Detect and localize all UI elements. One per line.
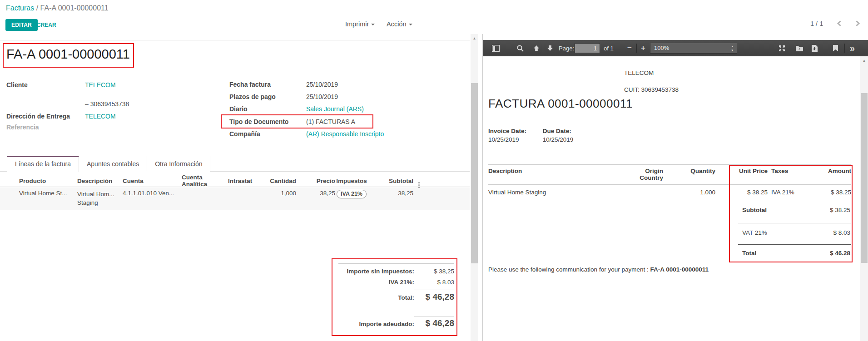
pager-count: 1 / 1 <box>810 20 823 27</box>
plazos-pago-value: 25/10/2019 <box>306 93 338 100</box>
action-dropdown[interactable]: Acción <box>387 20 412 28</box>
pdf-payment-reference: FA-A 0001-00000011 <box>650 266 709 273</box>
cell-cantidad: 1,000 <box>254 190 296 210</box>
amount-due-value: $ 46,28 <box>414 316 454 328</box>
col-cantidad[interactable]: Cantidad <box>254 178 296 184</box>
page-label: Page: <box>559 40 574 56</box>
compania-label: Compañía <box>229 130 260 138</box>
compania-value-link[interactable]: (AR) Responsable Inscripto <box>306 130 384 138</box>
open-file-icon[interactable] <box>795 40 804 56</box>
optional-columns-icon[interactable] <box>418 182 420 183</box>
pdf-lines-table: Description Origin Country Quantity Unit… <box>488 164 851 196</box>
diario-value-link[interactable]: Sales Journal (ARS) <box>306 105 364 113</box>
pager-previous-icon[interactable] <box>837 20 843 26</box>
create-button[interactable]: CREAR <box>37 22 56 28</box>
col-producto[interactable]: Producto <box>0 178 75 184</box>
tax-badge: IVA 21% <box>337 190 367 198</box>
tab-otra-informacion[interactable]: Otra Información <box>147 156 210 172</box>
zoom-in-icon[interactable]: + <box>641 40 645 56</box>
cliente-label: Cliente <box>6 81 28 89</box>
pdf-invoice-date: 10/25/2019 <box>488 136 519 143</box>
untaxed-label: Importe sin impuestos: <box>347 268 414 275</box>
fecha-factura-label: Fecha factura <box>229 81 271 88</box>
table-header-row: Producto Descripción Cuenta Cuenta Analí… <box>0 175 470 187</box>
scroll-up-icon[interactable]: ▲ <box>471 34 478 40</box>
form-scrollbar[interactable]: ▲ <box>471 34 478 341</box>
fecha-factura-value: 25/10/2019 <box>306 81 338 88</box>
bookmark-icon[interactable] <box>833 40 838 56</box>
edit-button[interactable]: EDITAR <box>5 19 38 31</box>
col-intrastat[interactable]: Intrastat <box>226 178 254 184</box>
next-page-icon[interactable] <box>546 40 554 56</box>
pdf-due-date: 10/25/2019 <box>543 136 574 143</box>
zoom-out-icon[interactable]: − <box>627 40 632 56</box>
cliente-value-link[interactable]: TELECOM <box>85 81 116 89</box>
form-scrollbar-thumb[interactable] <box>471 83 478 263</box>
invoice-lines-table: Producto Descripción Cuenta Cuenta Analí… <box>0 175 470 210</box>
table-row[interactable]: Virtual Home St... Virtual Hom...Staging… <box>0 187 470 210</box>
pdf-toolbar: Page: of 1 − + 100% ▴▾ » <box>483 40 868 56</box>
tab-lineas-factura[interactable]: Líneas de la factura <box>7 156 79 172</box>
pdf-due-date-label: Due Date: <box>543 128 574 134</box>
pdf-table-header: Description Origin Country Quantity Unit… <box>488 164 851 185</box>
pdf-company-name: TELECOM <box>624 69 654 76</box>
search-icon[interactable] <box>516 40 524 56</box>
pdf-table-row: Virtual Home Staging 1.000 $ 38.25 IVA 2… <box>488 185 851 196</box>
tab-apuntes-contables[interactable]: Apuntes contables <box>79 156 147 172</box>
total-value: $ 46,28 <box>414 290 454 302</box>
pdf-scrollbar-thumb[interactable] <box>861 93 868 263</box>
cell-subtotal: 38,25 <box>368 190 413 210</box>
breadcrumb: Facturas / FA-A 0001-00000011 <box>6 4 109 12</box>
toolbar-more-icon[interactable]: » <box>850 40 855 56</box>
breadcrumb-separator: / <box>34 4 40 12</box>
entrega-label: Dirección de Entrega <box>6 113 70 120</box>
total-label: Total: <box>398 294 414 301</box>
col-precio[interactable]: Precio <box>296 178 335 184</box>
pdf-totals: Subtotal$ 38.25 VAT 21%$ 8.03 Total$ 46.… <box>738 200 851 263</box>
breadcrumb-current: FA-A 0001-00000011 <box>40 4 109 12</box>
tax-label: IVA 21%: <box>389 279 414 286</box>
zoom-select[interactable]: 100% ▴▾ <box>650 43 737 54</box>
cell-descripcion: Virtual Hom...Staging <box>75 190 120 210</box>
page-count-label: of 1 <box>604 40 614 56</box>
cell-precio: 38,25 <box>296 190 335 210</box>
col-cuenta-analitica[interactable]: Cuenta Analítica <box>178 174 226 188</box>
invoice-title: FA-A 0001-00000011 <box>6 47 130 62</box>
pdf-invoice-title: FACTURA 0001-00000011 <box>488 97 633 111</box>
col-impuestos[interactable]: Impuestos <box>335 178 368 184</box>
pager-next-icon[interactable] <box>854 20 860 26</box>
pdf-scrollbar[interactable]: ▲ <box>860 56 868 341</box>
notebook-tabs: Líneas de la facturaApuntes contablesOtr… <box>0 156 470 172</box>
pdf-viewer-panel: Page: of 1 − + 100% ▴▾ » TELECOM CUIT: 3… <box>482 34 868 341</box>
pdf-invoice-date-label: Invoice Date: <box>488 128 541 134</box>
pdf-payment-note: Please use the following communication f… <box>488 266 709 273</box>
chevron-down-icon <box>371 24 375 25</box>
cell-producto: Virtual Home St... <box>0 190 75 210</box>
sidebar-toggle-icon[interactable] <box>492 40 500 56</box>
chevron-down-icon <box>409 24 412 25</box>
diario-label: Diario <box>229 105 248 113</box>
select-spinner-icon: ▴▾ <box>731 44 733 52</box>
presentation-mode-icon[interactable] <box>778 40 786 56</box>
col-descripcion[interactable]: Descripción <box>75 177 120 185</box>
tipo-documento-label: Tipo de Documento <box>229 118 288 125</box>
col-subtotal[interactable]: Subtotal <box>368 178 413 184</box>
referencia-label: Referencia <box>6 124 39 131</box>
breadcrumb-link-facturas[interactable]: Facturas <box>6 4 34 12</box>
untaxed-value: $ 38,25 <box>414 268 454 275</box>
previous-page-icon[interactable] <box>533 40 540 56</box>
tax-value: $ 8.03 <box>414 279 454 286</box>
pdf-company-cuit: CUIT: 30639453738 <box>624 86 679 93</box>
download-icon[interactable] <box>811 40 818 56</box>
print-dropdown[interactable]: Imprimir <box>345 20 375 28</box>
entrega-value-link[interactable]: TELECOM <box>85 113 116 120</box>
cliente-vat: – 30639453738 <box>85 100 129 108</box>
page-number-input[interactable] <box>575 43 600 53</box>
amount-due-label: Importe adeudado: <box>359 321 414 327</box>
cell-cuenta: 4.1.1.01.010 Ven... <box>120 190 178 210</box>
col-cuenta[interactable]: Cuenta <box>120 178 178 184</box>
pdf-dates: Invoice Date:10/25/2019 Due Date:10/25/2… <box>488 128 573 143</box>
scroll-up-icon[interactable]: ▲ <box>860 56 868 63</box>
plazos-pago-label: Plazos de pago <box>229 93 276 100</box>
invoice-totals: Importe sin impuestos:$ 38,25 IVA 21%:$ … <box>338 263 454 328</box>
